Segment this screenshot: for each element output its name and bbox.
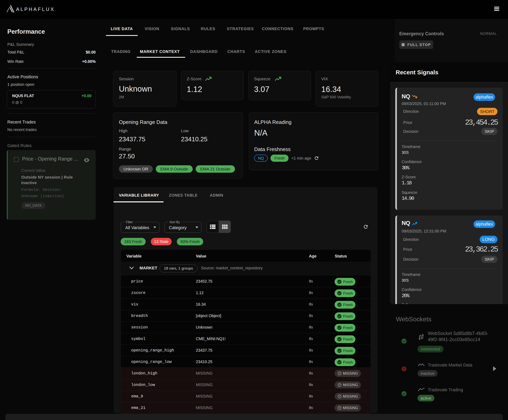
svg-text:?: ? bbox=[339, 395, 340, 398]
svg-text:?: ? bbox=[339, 384, 340, 386]
svg-text:?: ? bbox=[339, 407, 340, 409]
svg-text:?: ? bbox=[339, 372, 340, 375]
